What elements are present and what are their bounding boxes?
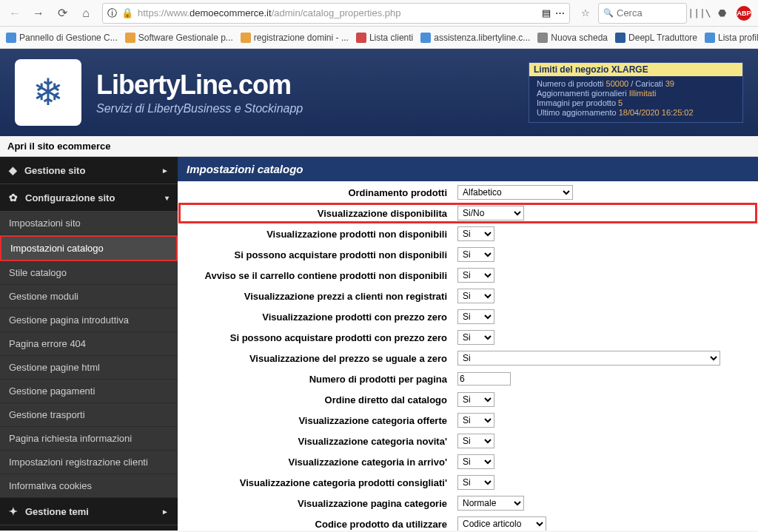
sidebar-item[interactable]: Impostazioni sito: [0, 212, 178, 235]
setting-control: Si: [455, 328, 757, 347]
setting-row: Visualizzazione categoria novita'Si: [179, 431, 757, 451]
bookmark-item[interactable]: Lista clienti: [356, 33, 413, 43]
setting-control: Si: [455, 224, 757, 243]
setting-row: Visualizzazione prodotti non disponibili…: [179, 224, 757, 243]
search-icon: 🔍: [603, 8, 614, 18]
bookmark-item[interactable]: Software Gestionale p...: [125, 33, 233, 43]
setting-select[interactable]: Si: [457, 475, 494, 490]
setting-row: Visualizzazione disponibilitaSi/No: [179, 203, 757, 223]
reader-icon[interactable]: ▤: [542, 7, 551, 18]
setting-select[interactable]: Si: [457, 247, 494, 262]
sidebar-section[interactable]: ▯Configurazione sito mobile►: [0, 525, 178, 531]
setting-control: Alfabetico: [455, 183, 757, 202]
url-text: https://www.demoecommerce.it/admin/catal…: [138, 7, 537, 18]
more-icon[interactable]: ⋯: [555, 7, 565, 18]
setting-row: Numero di prodotti per pagina: [179, 369, 757, 388]
panel-title: Impostazioni catalogo: [178, 157, 758, 181]
forward-button[interactable]: →: [28, 3, 49, 24]
sidebar-item[interactable]: Impostazioni catalogo: [0, 235, 178, 261]
sidebar-item[interactable]: Gestione trasporti: [0, 403, 178, 427]
setting-row: Visualizzazione prezzi a clienti non reg…: [179, 286, 757, 306]
setting-select[interactable]: Alfabetico: [457, 185, 573, 200]
home-button[interactable]: ⌂: [76, 3, 96, 24]
setting-label: Visualizzazione del prezzo se uguale a z…: [179, 349, 453, 368]
sidebar-item[interactable]: Pagina richiesta informazioni: [0, 427, 178, 451]
setting-input[interactable]: [457, 372, 511, 385]
sidebar-item[interactable]: Informativa cookies: [0, 474, 178, 498]
setting-label: Ordinamento prodotti: [179, 183, 453, 202]
setting-row: Si possono acquistare prodotti non dispo…: [179, 245, 757, 264]
setting-select[interactable]: Si: [457, 413, 494, 428]
setting-select[interactable]: Si: [457, 434, 494, 448]
reload-button[interactable]: ⟳: [52, 3, 73, 24]
setting-control: Normale: [455, 494, 757, 513]
setting-control: Codice articolo: [455, 514, 757, 531]
setting-select[interactable]: Si: [457, 392, 494, 407]
setting-label: Visualizzazione disponibilita: [179, 203, 453, 223]
setting-control: Si: [455, 349, 757, 368]
setting-select[interactable]: Si: [457, 454, 494, 469]
limits-title: Limiti del negozio XLARGE: [529, 63, 742, 76]
bookmark-item[interactable]: registrazione domini - ...: [241, 33, 349, 43]
sidebar-item[interactable]: Pagina errore 404: [0, 332, 178, 356]
setting-select[interactable]: Si/No: [457, 206, 524, 220]
setting-control: Si: [455, 452, 757, 471]
limits-row: Ultimo aggiornamento 18/04/2020 16:25:02: [537, 108, 735, 117]
setting-control: Si: [455, 266, 757, 285]
setting-label: Visualizzazione prodotti con prezzo zero: [179, 307, 453, 326]
setting-select[interactable]: Normale: [457, 496, 524, 511]
setting-label: Visualizzazione categoria in arrivo': [179, 452, 453, 471]
pocket-icon[interactable]: ⬣: [712, 4, 731, 23]
sidebar-section[interactable]: ✿Configurazione sito▾: [0, 184, 178, 212]
setting-select[interactable]: Si: [457, 351, 720, 366]
sidebar-item[interactable]: Impostazioni registrazione clienti: [0, 451, 178, 474]
url-bar[interactable]: ⓘ 🔒 https://www.demoecommerce.it/admin/c…: [102, 3, 570, 24]
setting-row: Avviso se il carrello contiene prodotti …: [179, 266, 757, 285]
sidebar-section[interactable]: ◆Gestione sito►: [0, 157, 178, 184]
setting-control: Si/No: [455, 203, 757, 223]
setting-label: Visualizzazione categoria novita': [179, 431, 453, 451]
setting-select[interactable]: Si: [457, 309, 494, 324]
sidebar-item[interactable]: Stile catalogo: [0, 261, 178, 285]
abp-icon[interactable]: ABP: [734, 4, 754, 23]
setting-label: Si possono acquistare prodotti con prezz…: [179, 328, 453, 347]
open-site-link[interactable]: Apri il sito ecommerce: [0, 136, 758, 157]
setting-control: Si: [455, 390, 757, 409]
sidebar-item[interactable]: Gestione pagamenti: [0, 380, 178, 403]
sidebar-item[interactable]: Gestione pagina introduttiva: [0, 309, 178, 332]
bookmark-item[interactable]: Lista profili FP: [705, 33, 758, 43]
logo: ❄: [15, 59, 81, 126]
sidebar-section[interactable]: ✦Gestione temi►: [0, 498, 178, 525]
setting-row: Visualizzazione prodotti con prezzo zero…: [179, 307, 757, 326]
sidebar: ◆Gestione sito►✿Configurazione sito▾Impo…: [0, 157, 178, 531]
setting-row: Ordinamento prodottiAlfabetico: [179, 183, 757, 202]
setting-control: Si: [455, 431, 757, 451]
setting-row: Visualizzazione del prezzo se uguale a z…: [179, 349, 757, 368]
search-box[interactable]: 🔍: [598, 3, 687, 24]
library-icon[interactable]: |||\: [690, 4, 709, 23]
info-icon[interactable]: ⓘ: [107, 7, 117, 20]
setting-select[interactable]: Codice articolo: [457, 516, 546, 531]
bookmark-item[interactable]: DeepL Traduttore: [615, 33, 697, 43]
setting-select[interactable]: Si: [457, 330, 494, 345]
bookmark-item[interactable]: Pannello di Gestione C...: [6, 33, 118, 43]
setting-select[interactable]: Si: [457, 226, 494, 241]
setting-control: Si: [455, 411, 757, 430]
search-input[interactable]: [617, 7, 682, 18]
limits-row: Immagini per prodotto 5: [537, 98, 735, 107]
bookmark-item[interactable]: Nuova scheda: [537, 33, 608, 43]
setting-label: Visualizzazione pagina categorie: [179, 494, 453, 513]
bookmark-item[interactable]: assistenza.libertyline.c...: [420, 33, 530, 43]
setting-row: Visualizzazione categoria offerteSi: [179, 411, 757, 430]
setting-select[interactable]: Si: [457, 268, 494, 283]
setting-row: Visualizzazione categoria in arrivo'Si: [179, 452, 757, 471]
lock-icon: 🔒: [121, 7, 133, 18]
setting-select[interactable]: Si: [457, 289, 494, 303]
back-button[interactable]: ←: [4, 3, 25, 24]
setting-row: Si possono acquistare prodotti con prezz…: [179, 328, 757, 347]
setting-label: Visualizzazione prodotti non disponibili: [179, 224, 453, 243]
setting-label: Visualizzazione categoria prodotti consi…: [179, 473, 453, 492]
star-icon[interactable]: ☆: [576, 4, 595, 23]
sidebar-item[interactable]: Gestione moduli: [0, 285, 178, 309]
sidebar-item[interactable]: Gestione pagine html: [0, 356, 178, 380]
